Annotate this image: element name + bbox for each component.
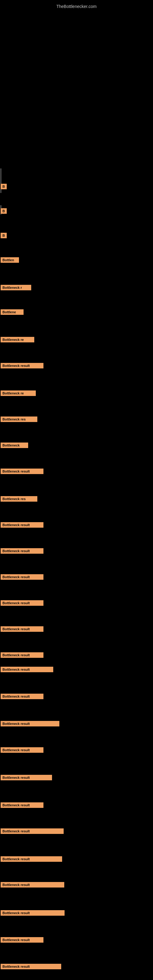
bottleneck-result-badge[interactable]: Bottleneck result (1, 910, 65, 916)
bottleneck-result-badge[interactable]: Bottleneck result (1, 522, 43, 528)
bottleneck-result-badge[interactable]: Bottleneck re (1, 390, 36, 396)
bottleneck-result-badge[interactable]: Bottleneck result (1, 469, 43, 474)
bottleneck-result-badge[interactable]: Bottleneck res (1, 496, 37, 502)
bottleneck-result-badge[interactable]: Bottleneck result (1, 548, 43, 554)
bottleneck-result-badge[interactable]: Bottleneck result (1, 882, 64, 888)
bottleneck-result-badge[interactable]: Bottleneck result (1, 937, 43, 943)
bottleneck-result-badge[interactable]: Bottleneck result (1, 802, 43, 808)
bottleneck-result-badge[interactable]: B (1, 208, 7, 214)
bottleneck-result-badge[interactable]: Bottleneck result (1, 652, 43, 658)
bottleneck-result-badge[interactable]: Bottleneck result (1, 363, 43, 368)
bottleneck-result-badge[interactable]: Bottleneck (1, 442, 28, 448)
bottleneck-result-badge[interactable]: Bottleneck result (1, 721, 59, 726)
bottleneck-result-badge[interactable]: B (1, 184, 7, 189)
bottleneck-result-badge[interactable]: Bottlen (1, 257, 19, 263)
bottleneck-result-badge[interactable]: Bottleneck result (1, 964, 61, 969)
bottleneck-result-badge[interactable]: Bottleneck result (1, 775, 52, 780)
bottleneck-result-badge[interactable]: Bottleneck result (1, 667, 53, 672)
bottleneck-result-badge[interactable]: Bottleneck result (1, 856, 62, 862)
bottleneck-result-badge[interactable]: Bottleneck result (1, 574, 43, 580)
bottleneck-result-badge[interactable]: Bottleneck r (1, 285, 31, 290)
site-title: TheBottlenecker.com (0, 2, 153, 11)
bottleneck-result-badge[interactable]: Bottleneck res (1, 417, 37, 422)
bottleneck-result-badge[interactable]: Bottleneck result (1, 747, 43, 753)
bottleneck-result-badge[interactable]: Bottleneck result (1, 600, 43, 606)
bottleneck-result-badge[interactable]: Bottleneck result (1, 829, 64, 834)
bottleneck-result-badge[interactable]: Bottlene (1, 309, 24, 315)
bottleneck-result-badge[interactable]: B (1, 233, 7, 238)
vertical-line-1 (1, 169, 1, 193)
bottleneck-result-badge[interactable]: Bottleneck re (1, 337, 34, 342)
bottleneck-result-badge[interactable]: Bottleneck result (1, 626, 43, 632)
bottleneck-result-badge[interactable]: Bottleneck result (1, 694, 43, 699)
